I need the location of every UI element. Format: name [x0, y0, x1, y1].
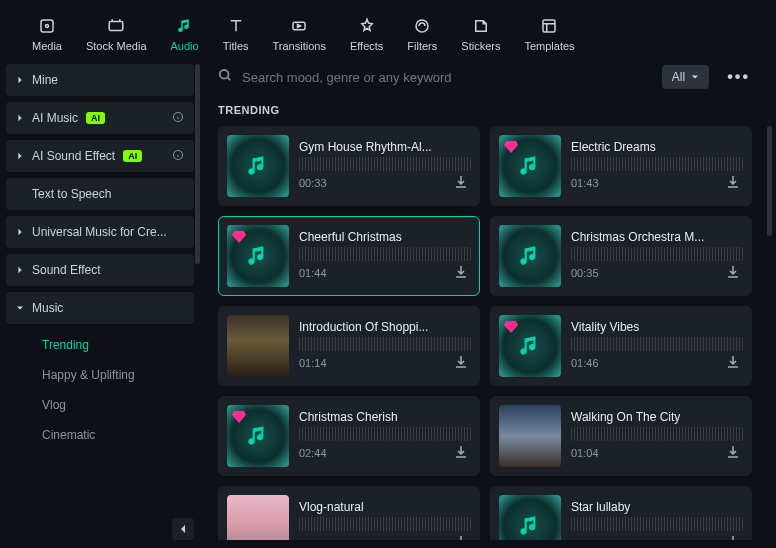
- section-title: TRENDING: [218, 104, 758, 116]
- track-card[interactable]: Christmas Orchestra M...00:35: [490, 216, 752, 296]
- track-thumbnail: [499, 135, 561, 197]
- tab-media[interactable]: Media: [20, 12, 74, 56]
- download-button[interactable]: [453, 444, 471, 462]
- download-button[interactable]: [725, 534, 743, 540]
- search-field[interactable]: [218, 68, 652, 86]
- track-title: Star lullaby: [571, 500, 743, 514]
- svg-rect-5: [543, 20, 555, 32]
- sidebar-label: AI Sound Effect: [32, 149, 115, 163]
- sidebar-item-ai-music[interactable]: AI MusicAI: [6, 102, 194, 134]
- track-title: Christmas Cherish: [299, 410, 471, 424]
- tab-stock-media[interactable]: Stock Media: [74, 12, 159, 56]
- diamond-icon: [231, 229, 247, 245]
- sidebar-item-sound-effect[interactable]: Sound Effect: [6, 254, 194, 286]
- tab-transitions[interactable]: Transitions: [261, 12, 338, 56]
- more-button[interactable]: •••: [719, 64, 758, 90]
- search-icon: [218, 68, 232, 86]
- track-thumbnail: [499, 225, 561, 287]
- sub-item-trending[interactable]: Trending: [6, 330, 194, 360]
- track-duration: 01:04: [571, 447, 599, 459]
- sidebar-item-ai-sound-effect[interactable]: AI Sound EffectAI: [6, 140, 194, 172]
- titles-icon: [226, 16, 246, 36]
- track-title: Electric Dreams: [571, 140, 743, 154]
- info-icon[interactable]: [172, 111, 184, 126]
- media-icon: [37, 16, 57, 36]
- track-thumbnail: [227, 315, 289, 377]
- download-button[interactable]: [453, 354, 471, 372]
- download-button[interactable]: [725, 444, 743, 462]
- tab-audio[interactable]: Audio: [159, 12, 211, 56]
- download-button[interactable]: [725, 264, 743, 282]
- stock-icon: [106, 16, 126, 36]
- sidebar-item-tts[interactable]: Text to Speech: [6, 178, 194, 210]
- track-card[interactable]: Vlog-natural: [218, 486, 480, 540]
- filter-label: All: [672, 70, 685, 84]
- tab-stickers[interactable]: Stickers: [449, 12, 512, 56]
- track-title: Walking On The City: [571, 410, 743, 424]
- track-duration: 00:35: [571, 267, 599, 279]
- search-input[interactable]: [242, 70, 652, 85]
- sidebar: Mine AI MusicAI AI Sound EffectAI Text t…: [0, 56, 200, 548]
- svg-rect-0: [41, 20, 53, 32]
- sub-item-happy[interactable]: Happy & Uplifting: [6, 360, 194, 390]
- waveform: [571, 247, 743, 261]
- tab-titles[interactable]: Titles: [211, 12, 261, 56]
- track-title: Introduction Of Shoppi...: [299, 320, 471, 334]
- chevron-down-icon: [16, 304, 24, 312]
- tab-label: Filters: [407, 40, 437, 52]
- track-card[interactable]: Cheerful Christmas01:44: [218, 216, 480, 296]
- sub-item-cinematic[interactable]: Cinematic: [6, 420, 194, 450]
- info-icon[interactable]: [172, 149, 184, 164]
- sidebar-label: Mine: [32, 73, 58, 87]
- tab-label: Stock Media: [86, 40, 147, 52]
- download-button[interactable]: [725, 174, 743, 192]
- tab-label: Titles: [223, 40, 249, 52]
- download-button[interactable]: [453, 264, 471, 282]
- track-card[interactable]: Vitality Vibes01:46: [490, 306, 752, 386]
- audio-icon: [175, 16, 195, 36]
- track-thumbnail: [227, 495, 289, 540]
- collapse-sidebar-button[interactable]: [172, 518, 194, 540]
- waveform: [299, 157, 471, 171]
- download-button[interactable]: [453, 174, 471, 192]
- waveform: [299, 427, 471, 441]
- track-title: Gym House Rhythm-Al...: [299, 140, 471, 154]
- waveform: [571, 157, 743, 171]
- sidebar-label: Sound Effect: [32, 263, 101, 277]
- waveform: [299, 337, 471, 351]
- track-card[interactable]: Introduction Of Shoppi...01:14: [218, 306, 480, 386]
- filter-dropdown[interactable]: All: [662, 65, 709, 89]
- download-button[interactable]: [725, 354, 743, 372]
- chevron-down-icon: [691, 73, 699, 81]
- sidebar-label: AI Music: [32, 111, 78, 125]
- transitions-icon: [289, 16, 309, 36]
- scrollbar[interactable]: [195, 64, 200, 264]
- track-card[interactable]: Star lullaby: [490, 486, 752, 540]
- filters-icon: [412, 16, 432, 36]
- sidebar-item-mine[interactable]: Mine: [6, 64, 194, 96]
- sub-item-vlog[interactable]: Vlog: [6, 390, 194, 420]
- sidebar-item-universal-music[interactable]: Universal Music for Cre...: [6, 216, 194, 248]
- sidebar-item-music[interactable]: Music: [6, 292, 194, 324]
- svg-rect-2: [109, 22, 123, 31]
- tab-templates[interactable]: Templates: [512, 12, 586, 56]
- tab-effects[interactable]: Effects: [338, 12, 395, 56]
- track-card[interactable]: Christmas Cherish02:44: [218, 396, 480, 476]
- tab-label: Effects: [350, 40, 383, 52]
- track-card[interactable]: Electric Dreams01:43: [490, 126, 752, 206]
- tab-filters[interactable]: Filters: [395, 12, 449, 56]
- track-grid: Gym House Rhythm-Al...00:33Electric Drea…: [218, 126, 758, 540]
- track-title: Vlog-natural: [299, 500, 471, 514]
- track-card[interactable]: Gym House Rhythm-Al...00:33: [218, 126, 480, 206]
- ai-badge: AI: [86, 112, 105, 124]
- svg-point-4: [416, 20, 428, 32]
- sidebar-label: Text to Speech: [32, 187, 111, 201]
- waveform: [571, 427, 743, 441]
- download-button[interactable]: [453, 534, 471, 540]
- track-duration: 00:33: [299, 177, 327, 189]
- track-duration: 01:46: [571, 357, 599, 369]
- track-title: Cheerful Christmas: [299, 230, 471, 244]
- track-thumbnail: [499, 405, 561, 467]
- track-card[interactable]: Walking On The City01:04: [490, 396, 752, 476]
- scrollbar[interactable]: [767, 126, 772, 236]
